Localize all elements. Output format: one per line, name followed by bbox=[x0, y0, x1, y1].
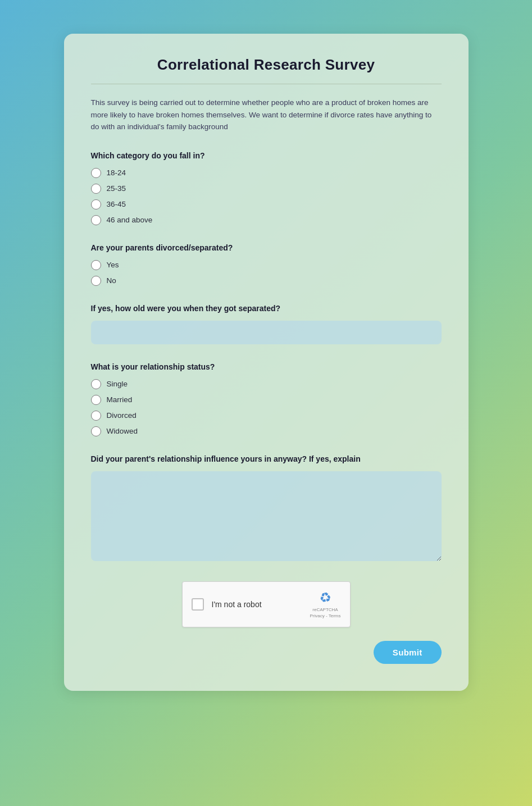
radio-married[interactable] bbox=[91, 395, 101, 405]
radio-option-widowed[interactable]: Widowed bbox=[91, 426, 442, 436]
question-4-section: What is your relationship status? Single… bbox=[91, 362, 442, 436]
radio-widowed[interactable] bbox=[91, 426, 101, 436]
radio-label-yes: Yes bbox=[107, 261, 119, 269]
survey-form: Correlational Research Survey This surve… bbox=[64, 34, 469, 691]
radio-option-divorced[interactable]: Divorced bbox=[91, 411, 442, 421]
radio-label-25-35: 25-35 bbox=[107, 184, 126, 193]
radio-option-single[interactable]: Single bbox=[91, 379, 442, 389]
radio-label-no: No bbox=[107, 276, 116, 285]
question-1-label: Which category do you fall in? bbox=[91, 151, 442, 160]
radio-no[interactable] bbox=[91, 276, 101, 286]
recaptcha-logo: ♻ reCAPTCHA Privacy - Terms bbox=[310, 590, 341, 619]
question-1-section: Which category do you fall in? 18-24 25-… bbox=[91, 151, 442, 225]
radio-25-35[interactable] bbox=[91, 184, 101, 194]
recaptcha-brand: reCAPTCHA Privacy - Terms bbox=[310, 607, 341, 619]
recaptcha-icon: ♻ bbox=[318, 589, 333, 606]
radio-yes[interactable] bbox=[91, 260, 101, 270]
radio-label-single: Single bbox=[107, 380, 128, 388]
question-3-section: If yes, how old were you when they got s… bbox=[91, 304, 442, 344]
influence-explanation-textarea[interactable] bbox=[91, 471, 442, 561]
radio-option-married[interactable]: Married bbox=[91, 395, 442, 405]
question-4-label: What is your relationship status? bbox=[91, 362, 442, 371]
radio-label-36-45: 36-45 bbox=[107, 200, 126, 208]
submit-row: Submit bbox=[91, 641, 442, 664]
submit-button[interactable]: Submit bbox=[374, 641, 442, 664]
radio-18-24[interactable] bbox=[91, 168, 101, 178]
radio-option-yes[interactable]: Yes bbox=[91, 260, 442, 270]
radio-label-widowed: Widowed bbox=[107, 427, 138, 435]
radio-label-18-24: 18-24 bbox=[107, 169, 126, 177]
survey-description: This survey is being carried out to dete… bbox=[91, 97, 442, 133]
recaptcha-box[interactable]: I'm not a robot ♻ reCAPTCHA Privacy - Te… bbox=[182, 581, 351, 627]
recaptcha-container: I'm not a robot ♻ reCAPTCHA Privacy - Te… bbox=[91, 581, 442, 627]
question-2-label: Are your parents divorced/separated? bbox=[91, 243, 442, 252]
radio-option-46-above[interactable]: 46 and above bbox=[91, 215, 442, 225]
radio-label-married: Married bbox=[107, 395, 133, 404]
recaptcha-checkbox[interactable] bbox=[192, 598, 204, 611]
radio-divorced[interactable] bbox=[91, 411, 101, 421]
radio-option-no[interactable]: No bbox=[91, 276, 442, 286]
title-divider bbox=[91, 84, 442, 84]
question-2-section: Are your parents divorced/separated? Yes… bbox=[91, 243, 442, 286]
radio-label-46-above: 46 and above bbox=[107, 216, 153, 224]
page-title: Correlational Research Survey bbox=[91, 56, 442, 74]
age-at-separation-input[interactable] bbox=[91, 321, 442, 344]
radio-single[interactable] bbox=[91, 379, 101, 389]
radio-option-18-24[interactable]: 18-24 bbox=[91, 168, 442, 178]
question-3-label: If yes, how old were you when they got s… bbox=[91, 304, 442, 313]
radio-label-divorced: Divorced bbox=[107, 411, 137, 420]
question-5-section: Did your parent's relationship influence… bbox=[91, 454, 442, 563]
radio-36-45[interactable] bbox=[91, 199, 101, 210]
radio-option-36-45[interactable]: 36-45 bbox=[91, 199, 442, 210]
radio-46-above[interactable] bbox=[91, 215, 101, 225]
question-5-label: Did your parent's relationship influence… bbox=[91, 454, 442, 463]
recaptcha-label: I'm not a robot bbox=[212, 600, 304, 609]
radio-option-25-35[interactable]: 25-35 bbox=[91, 184, 442, 194]
